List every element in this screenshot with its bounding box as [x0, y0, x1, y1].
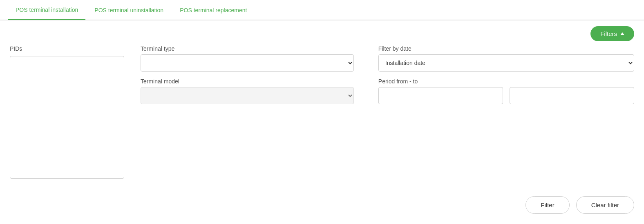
terminal-model-select[interactable]: [141, 87, 354, 104]
filters-toggle-button[interactable]: Filters: [590, 26, 634, 41]
period-label: Period from - to: [378, 78, 634, 85]
pids-textarea[interactable]: [10, 56, 124, 179]
tab-replacement[interactable]: POS terminal replacement: [172, 1, 254, 19]
filter-by-date-group: Filter by date Installation date: [378, 45, 634, 72]
terminal-type-label: Terminal type: [141, 45, 354, 52]
action-row: Filter Clear filter: [0, 188, 644, 220]
terminal-model-label: Terminal model: [141, 78, 354, 85]
terminal-type-group: Terminal type: [141, 45, 354, 72]
filter-col-right: Filter by date Installation date Period …: [378, 45, 634, 180]
terminal-type-select[interactable]: [141, 54, 354, 72]
terminal-model-group: Terminal model: [141, 78, 354, 104]
period-row: [378, 87, 634, 104]
filters-section: Terminal type Terminal model Filter by d…: [141, 45, 634, 180]
filters-button-row: Filters: [0, 20, 644, 45]
tab-installation[interactable]: POS terminal installation: [8, 1, 85, 20]
filter-by-date-select[interactable]: Installation date: [378, 54, 634, 72]
period-to-input[interactable]: [510, 87, 634, 104]
tab-uninstallation[interactable]: POS terminal uninstallation: [87, 1, 171, 19]
arrow-up-icon: [620, 32, 624, 35]
pids-label: PIDs: [10, 45, 124, 52]
filter-by-date-label: Filter by date: [378, 45, 634, 52]
tabs-bar: POS terminal installation POS terminal u…: [0, 0, 644, 20]
filter-button[interactable]: Filter: [525, 196, 569, 214]
filter-col-left: Terminal type Terminal model: [141, 45, 354, 180]
filters-button-label: Filters: [600, 30, 617, 37]
period-from-input[interactable]: [378, 87, 503, 104]
main-content: PIDs Terminal type Terminal model Fil: [0, 45, 644, 188]
period-group: Period from - to: [378, 78, 634, 104]
pids-section: PIDs: [10, 45, 124, 180]
clear-filter-button[interactable]: Clear filter: [576, 196, 634, 214]
